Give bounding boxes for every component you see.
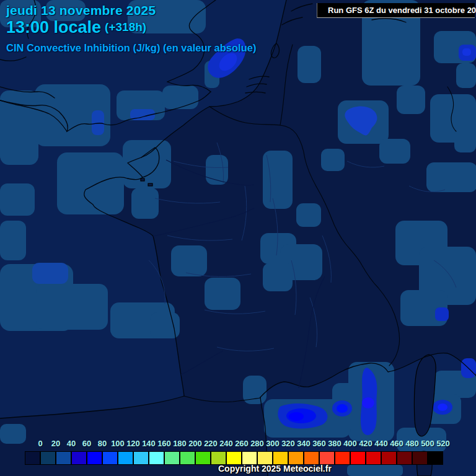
scale-label-400: 400 xyxy=(342,439,359,448)
model-run-label: Run GFS 6Z du vendredi 31 octobre 2025 xyxy=(328,6,476,15)
scale-label-220: 220 xyxy=(202,439,219,448)
valid-date: jeudi 13 novembre 2025 xyxy=(6,3,156,18)
scale-swatch-260 xyxy=(226,451,242,465)
scale-label-240: 240 xyxy=(218,439,235,448)
scale-label-200: 200 xyxy=(187,439,204,448)
channel-island xyxy=(141,178,144,181)
scale-swatch-140 xyxy=(133,451,149,465)
scale-swatch-440 xyxy=(366,451,381,465)
scale-swatch-400 xyxy=(335,451,350,465)
scale-label-420: 420 xyxy=(357,439,374,448)
scale-label-280: 280 xyxy=(249,439,266,448)
scale-swatch-420 xyxy=(350,451,366,465)
scale-swatches xyxy=(25,451,446,465)
scale-label-160: 160 xyxy=(156,439,173,448)
scale-label-0: 0 xyxy=(32,439,49,448)
model-run-box: Run GFS 6Z du vendredi 31 octobre 2025 xyxy=(317,3,475,18)
scale-label-440: 440 xyxy=(372,439,390,448)
scale-swatch-240 xyxy=(211,451,226,465)
scale-swatch-100 xyxy=(102,451,118,465)
scale-swatch-280 xyxy=(242,451,257,465)
scale-swatch-360 xyxy=(304,451,319,465)
valid-time-value: 13:00 locale xyxy=(6,18,101,37)
scale-swatch-120 xyxy=(118,451,133,465)
scale-label-340: 340 xyxy=(295,439,312,448)
scale-swatch-200 xyxy=(180,451,195,465)
scale-swatch-480 xyxy=(397,451,412,465)
scale-swatch-380 xyxy=(319,451,335,465)
scale-label-300: 300 xyxy=(264,439,281,448)
forecast-offset: (+318h) xyxy=(105,20,146,33)
scale-label-60: 60 xyxy=(78,439,95,448)
scale-label-320: 320 xyxy=(280,439,297,448)
scale-swatch-80 xyxy=(87,451,102,465)
scale-swatch-40 xyxy=(56,451,71,465)
scale-label-40: 40 xyxy=(63,439,80,448)
map-canvas[interactable] xyxy=(0,0,476,476)
scale-swatch-160 xyxy=(149,451,164,465)
scale-label-140: 140 xyxy=(140,439,157,448)
scale-swatch-340 xyxy=(288,451,304,465)
scale-swatch-20 xyxy=(40,451,56,465)
channel-island xyxy=(148,183,152,186)
parameter-title: CIN Convective Inhibition (J/kg) (en val… xyxy=(6,42,256,54)
scale-label-260: 260 xyxy=(233,439,250,448)
scale-swatch-300 xyxy=(257,451,273,465)
scale-label-460: 460 xyxy=(388,439,405,448)
scale-labels: 0204060801001201401601802002202402602803… xyxy=(25,439,446,450)
scale-swatch-320 xyxy=(273,451,288,465)
scale-label-500: 500 xyxy=(419,439,436,448)
scale-label-20: 20 xyxy=(47,439,64,448)
scale-swatch-460 xyxy=(381,451,397,465)
scale-swatch-0 xyxy=(25,451,40,465)
valid-time: 13:00 locale(+318h) xyxy=(6,18,156,37)
scale-label-100: 100 xyxy=(109,439,126,448)
scale-label-520: 520 xyxy=(434,439,452,448)
meteociel-cin-map-page: jeudi 13 novembre 2025 13:00 locale(+318… xyxy=(0,0,476,476)
scale-swatch-60 xyxy=(71,451,87,465)
scale-swatch-520 xyxy=(428,451,443,465)
map-header: jeudi 13 novembre 2025 13:00 locale(+318… xyxy=(6,3,156,37)
scale-label-360: 360 xyxy=(311,439,328,448)
copyright-text: Copyright 2025 Meteociel.fr xyxy=(218,464,332,474)
scale-label-80: 80 xyxy=(94,439,111,448)
scale-swatch-500 xyxy=(412,451,428,465)
scale-swatch-180 xyxy=(164,451,180,465)
scale-label-180: 180 xyxy=(171,439,188,448)
scale-label-480: 480 xyxy=(403,439,421,448)
scale-swatch-220 xyxy=(195,451,211,465)
scale-label-120: 120 xyxy=(125,439,142,448)
scale-label-380: 380 xyxy=(326,439,343,448)
